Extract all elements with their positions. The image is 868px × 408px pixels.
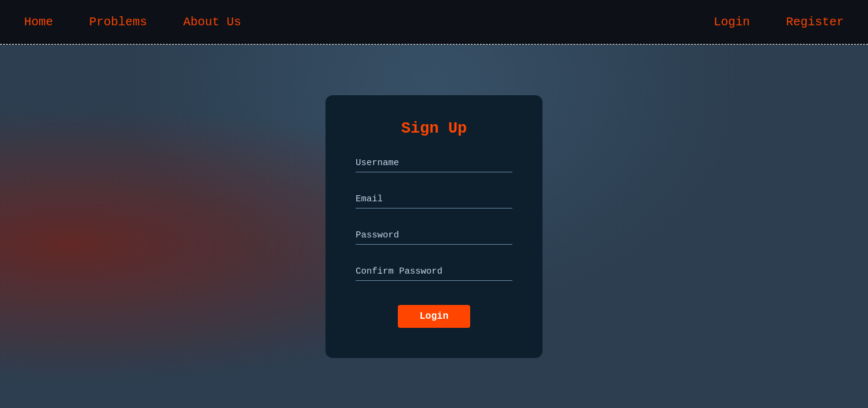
nav-link-about-us[interactable]: About Us [183,15,241,29]
confirm-password-input[interactable] [356,264,512,281]
username-group [356,155,512,172]
password-input[interactable] [356,228,512,245]
username-input[interactable] [356,155,512,172]
email-group [356,192,512,209]
nav-link-login[interactable]: Login [714,15,750,29]
nav-link-problems[interactable]: Problems [89,15,147,29]
nav-link-home[interactable]: Home [24,15,53,29]
signup-title: Sign Up [401,119,467,137]
navbar: Home Problems About Us Login Register [0,0,868,45]
password-group [356,228,512,245]
main-content: Sign Up Login [0,45,868,408]
email-input[interactable] [356,192,512,209]
nav-right: Login Register [714,15,844,29]
submit-button[interactable]: Login [398,305,470,328]
nav-link-register[interactable]: Register [786,15,844,29]
nav-left: Home Problems About Us [24,15,241,29]
signup-card: Sign Up Login [326,95,542,358]
confirm-password-group [356,264,512,281]
